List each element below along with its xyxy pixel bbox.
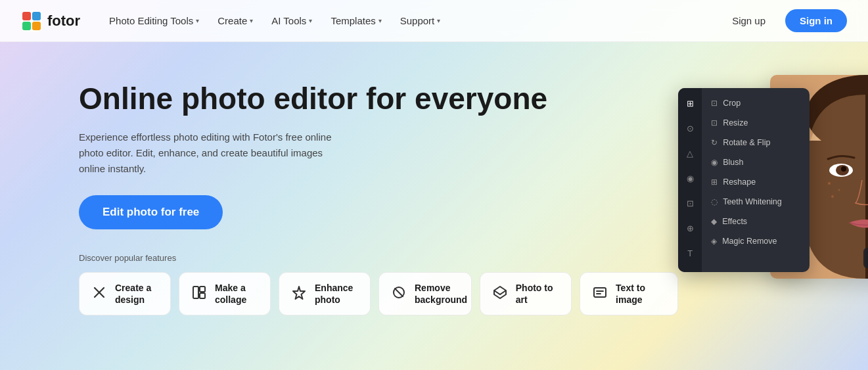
create-design-icon [90,285,108,303]
svg-rect-2 [32,12,41,20]
sidebar-menu-crop[interactable]: ⊡ Crop [702,93,810,113]
nav-templates[interactable]: Templates ▾ [323,10,389,32]
svg-rect-8 [200,287,205,292]
main-nav: Photo Editing Tools ▾ Create ▾ AI Tools … [101,10,720,32]
editor-sidebar: ⊞ ⊙ △ ◉ ⊡ ⊕ T ⊡ Crop ⊡ Resize [678,88,810,272]
features-row: Create adesign Make acollage Enhancephot… [79,272,678,315]
sidebar-menu-rotate[interactable]: ↻ Rotate & Flip [702,133,810,152]
enhance-photo-icon [290,285,308,303]
discover-section: Discover popular features Create adesign… [79,253,678,315]
svg-point-29 [831,195,834,198]
photo-to-art-icon [491,285,509,303]
feature-enhance-photo[interactable]: Enhancephoto [279,272,371,315]
crop-icon: ⊡ [711,99,718,108]
feature-create-design-label: Create adesign [115,282,151,306]
chevron-down-icon: ▾ [378,17,382,24]
resize-icon: ⊡ [711,118,718,127]
reshape-icon: ⊞ [711,177,718,187]
hero-subtitle: Experience effortless photo editing with… [79,129,342,177]
svg-rect-4 [32,22,41,30]
signup-button[interactable]: Sign up [720,10,777,32]
ai-skin-retouch-badge: AI Skin Retouch [863,248,868,268]
sidebar-menu: ⊡ Crop ⊡ Resize ↻ Rotate & Flip ◉ Blush [702,88,810,256]
nav-ai-tools[interactable]: AI Tools ▾ [263,10,320,32]
svg-point-28 [838,189,840,191]
header-actions: Sign up Sign in [720,9,847,32]
feature-text-to-image[interactable]: Text to image [580,272,678,315]
chevron-down-icon: ▾ [437,17,440,24]
sidebar-icon-retouch[interactable]: ◉ [683,171,697,185]
photo-panel: ⊞ ⊙ △ ◉ ⊡ ⊕ T ⊡ Crop ⊡ Resize [678,75,868,285]
sidebar-menu-resize[interactable]: ⊡ Resize [702,113,810,133]
hero-image-area: ⊞ ⊙ △ ◉ ⊡ ⊕ T ⊡ Crop ⊡ Resize [678,68,868,285]
feature-enhance-photo-label: Enhancephoto [315,282,353,306]
feature-photo-to-art-label: Photo to art [516,282,560,306]
svg-line-12 [395,289,403,296]
feature-make-collage[interactable]: Make acollage [179,272,271,315]
svg-marker-10 [293,287,305,299]
teeth-icon: ◌ [711,197,718,206]
text-to-image-icon [591,285,609,303]
logo-text: fotor [47,12,80,30]
svg-rect-1 [22,12,31,20]
edit-photo-button[interactable]: Edit photo for free [79,195,223,229]
make-collage-icon [190,285,208,303]
sidebar-icon-people[interactable]: ⊕ [683,221,697,235]
svg-point-25 [841,166,846,172]
feature-make-collage-label: Make acollage [215,282,246,306]
logo-icon [21,11,42,32]
feature-photo-to-art[interactable]: Photo to art [480,272,572,315]
chevron-down-icon: ▾ [196,17,199,24]
sidebar-icon-adjust[interactable]: ⊙ [683,121,697,135]
svg-point-27 [828,182,831,185]
sidebar-menu-magic-remove[interactable]: ◈ Magic Remove [702,231,810,251]
feature-create-design[interactable]: Create adesign [79,272,171,315]
chevron-down-icon: ▾ [250,17,253,24]
sidebar-menu-effects[interactable]: ◆ Effects [702,212,810,231]
sidebar-icon-grid[interactable]: ⊞ [683,96,697,110]
feature-text-to-image-label: Text to image [616,282,667,306]
feature-remove-background[interactable]: Removebackground [378,272,472,315]
remove-background-icon [390,285,408,303]
svg-rect-9 [200,293,205,298]
signin-button[interactable]: Sign in [785,9,847,32]
nav-photo-editing[interactable]: Photo Editing Tools ▾ [101,10,207,32]
nav-support[interactable]: Support ▾ [392,10,449,32]
rotate-icon: ↻ [711,138,718,147]
blush-icon: ◉ [711,158,718,167]
svg-rect-3 [22,22,31,30]
sidebar-menu-teeth[interactable]: ◌ Teeth Whitening [702,192,810,212]
magic-remove-icon: ◈ [711,237,717,246]
main-content: Online photo editor for everyone Experie… [0,42,868,370]
svg-rect-7 [193,287,198,298]
sidebar-menu-blush[interactable]: ◉ Blush [702,152,810,172]
sidebar-icon-filter[interactable]: △ [683,146,697,160]
svg-rect-13 [594,288,606,297]
header: fotor Photo Editing Tools ▾ Create ▾ AI … [0,0,868,42]
feature-remove-background-label: Removebackground [415,282,467,306]
hero-title: Online photo editor for everyone [79,81,678,116]
discover-label: Discover popular features [79,253,678,263]
chevron-down-icon: ▾ [309,17,312,24]
sidebar-icon-text[interactable]: T [683,246,697,260]
logo[interactable]: fotor [21,11,80,32]
effects-icon: ◆ [711,217,717,226]
sidebar-menu-reshape[interactable]: ⊞ Reshape [702,172,810,192]
sidebar-icon-bar: ⊞ ⊙ △ ◉ ⊡ ⊕ T [678,88,702,272]
nav-create[interactable]: Create ▾ [210,10,261,32]
hero-section: Online photo editor for everyone Experie… [79,68,678,315]
sidebar-icon-frame[interactable]: ⊡ [683,196,697,210]
